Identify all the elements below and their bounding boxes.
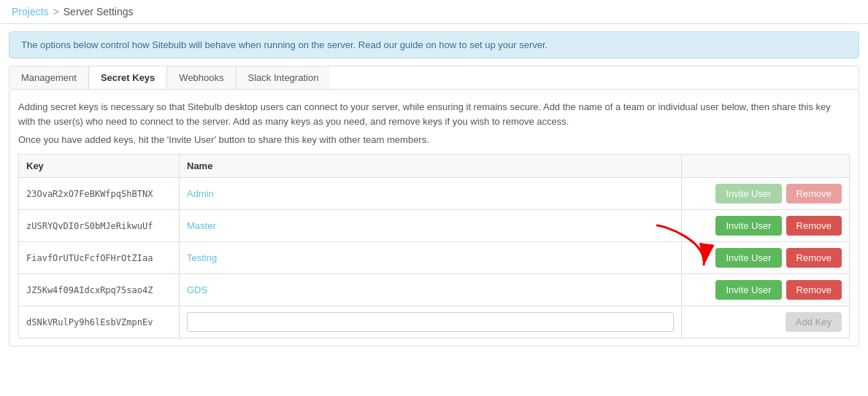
description-line2: Once you have added keys, hit the 'Invit… (18, 134, 850, 145)
tabs-container: Management Secret Keys Webhooks Slack In… (9, 66, 859, 90)
remove-button-testing[interactable]: Remove (786, 248, 842, 268)
new-key-value: dSNkVRulPy9h6lEsbVZmpnEv (19, 306, 180, 338)
col-header-key: Key (19, 155, 180, 178)
key-value-master: zUSRYQvDI0rS0bMJeRikwuUf (19, 210, 180, 242)
tab-secret-keys[interactable]: Secret Keys (89, 66, 167, 89)
add-key-button[interactable]: Add Key (786, 312, 842, 332)
tab-management[interactable]: Management (9, 66, 89, 89)
name-value-gds: GDS (180, 274, 682, 306)
table-row: zUSRYQvDI0rS0bMJeRikwuUf Master Invite U… (19, 210, 850, 242)
action-cell-testing: Invite User Remove (682, 242, 850, 274)
key-value-admin: 23OvaR2xO7FeBKWfpqShBTNX (19, 178, 180, 210)
invite-user-button-master[interactable]: Invite User (715, 216, 781, 236)
new-key-row: dSNkVRulPy9h6lEsbVZmpnEv Add Key (19, 306, 850, 338)
col-header-actions (682, 155, 850, 178)
key-value-gds: JZ5Kw4f09AIdcxRpq75sao4Z (19, 274, 180, 306)
tab-webhooks[interactable]: Webhooks (167, 66, 236, 89)
keys-table-wrapper: Key Name 23OvaR2xO7FeBKWfpqShBTNX Admin (18, 154, 850, 338)
table-row: FiavfOrUTUcFcfOFHrOtZIaa Testing Invite … (19, 242, 850, 274)
invite-user-button-testing[interactable]: Invite User (715, 248, 781, 268)
breadcrumb: Projects > Server Settings (0, 0, 868, 24)
col-header-name: Name (180, 155, 682, 178)
remove-button-admin[interactable]: Remove (786, 184, 842, 203)
name-value-master: Master (180, 210, 682, 242)
table-header-row: Key Name (19, 155, 850, 178)
info-banner-text: The options below control how Sitebulb w… (21, 39, 548, 50)
new-key-name-input[interactable] (187, 312, 674, 332)
table-row: 23OvaR2xO7FeBKWfpqShBTNX Admin Invite Us… (19, 178, 850, 210)
action-cell-new: Add Key (682, 306, 850, 338)
tab-slack-integration[interactable]: Slack Integration (237, 66, 331, 89)
description-line1: Adding secret keys is necessary so that … (18, 100, 850, 128)
breadcrumb-projects[interactable]: Projects (12, 6, 49, 18)
name-value-testing: Testing (180, 242, 682, 274)
info-banner: The options below control how Sitebulb w… (9, 31, 859, 58)
main-content: Adding secret keys is necessary so that … (9, 90, 859, 346)
new-key-name-cell (180, 306, 682, 338)
action-cell-gds: Invite User Remove (682, 274, 850, 306)
breadcrumb-separator: > (53, 6, 59, 18)
invite-user-button-gds[interactable]: Invite User (715, 280, 781, 300)
breadcrumb-current: Server Settings (64, 6, 134, 18)
remove-button-master[interactable]: Remove (786, 216, 842, 236)
remove-button-gds[interactable]: Remove (786, 280, 842, 300)
keys-table: Key Name 23OvaR2xO7FeBKWfpqShBTNX Admin (18, 154, 850, 338)
table-row: JZ5Kw4f09AIdcxRpq75sao4Z GDS Invite User… (19, 274, 850, 306)
action-cell-master: Invite User Remove (682, 210, 850, 242)
name-value-admin: Admin (180, 178, 682, 210)
action-cell-admin: Invite User Remove (682, 178, 850, 210)
key-value-testing: FiavfOrUTUcFcfOFHrOtZIaa (19, 242, 180, 274)
invite-user-button-admin[interactable]: Invite User (715, 184, 781, 203)
